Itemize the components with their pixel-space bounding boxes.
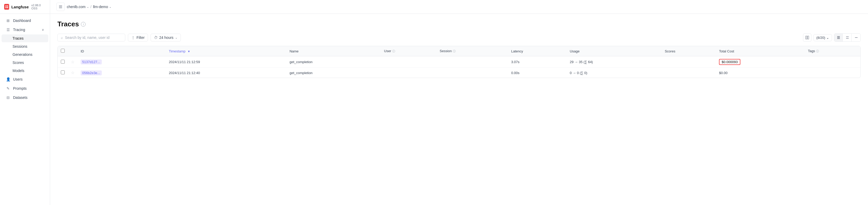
density-normal-button[interactable] [843,34,851,41]
row-checkbox-cell[interactable] [58,56,68,68]
sidebar: Langfuse v2.88.0 OSS ⊞ Dashboard ☰ Traci… [0,0,50,205]
row-usage: 29 → 35 (∑ 64) [566,56,661,68]
density-expanded-icon [855,36,858,39]
row-tags [805,56,861,68]
density-compact-icon [837,36,840,39]
row-name: get_completion [286,68,381,78]
filter-label: Filter [136,35,145,40]
density-buttons [834,33,861,42]
filter-button[interactable]: ⋮ Filter [128,34,148,41]
sidebar-toggle-icon [58,5,63,9]
th-latency: Latency [508,46,566,56]
app-name: Langfuse [11,5,29,9]
table-row: ☆ 5137d127... 2024/11/11 21:12:59 get_co… [58,56,861,68]
page-title-area: Traces i [57,20,861,28]
time-filter-button[interactable]: ⏱ 24 hours ⌄ [151,34,181,41]
filter-icon: ⋮ [131,35,135,40]
id-link[interactable]: 5137d127... [81,60,102,64]
svg-rect-2 [59,8,62,8]
row-timestamp: 2024/11/11 21:12:40 [166,68,286,78]
breadcrumb: chenlb.com ⌄ / llm-demo ⌄ [67,5,112,9]
users-icon: 👤 [6,77,10,82]
th-scores: Scores [661,46,716,56]
org-chevron-icon: ⌄ [87,5,89,9]
th-total-cost: Total Cost [716,46,805,56]
th-star [68,46,78,56]
breadcrumb-org[interactable]: chenlb.com ⌄ [67,5,89,9]
main-content: chenlb.com ⌄ / llm-demo ⌄ Traces i ⌕ ⋮ F… [50,0,868,205]
th-user: User ⓘ [381,46,437,56]
logo-icon [4,4,9,10]
sidebar-section-tracing[interactable]: ☰ Tracing ∨ [2,25,48,34]
density-expanded-button[interactable] [852,34,861,41]
row-session [437,68,508,78]
sidebar-item-generations[interactable]: Generations [2,50,48,59]
th-timestamp[interactable]: Timestamp ▼ [166,46,286,56]
sidebar-item-prompts[interactable]: ✎ Prompts [2,84,48,93]
star-icon[interactable]: ☆ [71,70,74,75]
count-chevron-icon: ⌄ [826,36,829,40]
row-user [381,56,437,68]
table-row: ☆ 056b2e3e... 2024/11/11 21:12:40 get_co… [58,68,861,78]
row-tags [805,68,861,78]
sidebar-item-traces[interactable]: Traces [2,34,48,42]
app-version: v2.88.0 OSS [31,4,46,10]
chevron-down-icon: ∨ [42,28,44,32]
row-id[interactable]: 056b2e3e... [78,68,166,78]
count-badge[interactable]: (8/20) ⌄ [813,34,832,41]
sidebar-item-scores[interactable]: Scores [2,59,48,67]
sidebar-item-label-datasets: Datasets [13,96,27,100]
search-icon: ⌕ [61,35,63,40]
row-latency: 0.00s [508,68,566,78]
sidebar-item-users[interactable]: 👤 Users [2,75,48,84]
row-scores [661,68,716,78]
toolbar-right: (8/20) ⌄ [803,33,861,42]
sidebar-item-datasets[interactable]: ⊟ Datasets [2,93,48,102]
row-checkbox[interactable] [61,60,65,64]
sidebar-toggle-button[interactable] [56,3,65,11]
search-box[interactable]: ⌕ [57,34,125,41]
sidebar-item-label-sessions: Sessions [12,44,27,48]
prompts-icon: ✎ [6,86,10,91]
row-id[interactable]: 5137d127... [78,56,166,68]
row-scores [661,56,716,68]
svg-rect-4 [807,36,809,39]
row-checkbox[interactable] [61,70,65,74]
sidebar-item-label-generations: Generations [12,53,32,57]
sidebar-item-sessions[interactable]: Sessions [2,42,48,50]
row-session [437,56,508,68]
sidebar-nav: ⊞ Dashboard ☰ Tracing ∨ Traces Sessions … [0,14,50,205]
sidebar-section-label-tracing: Tracing [13,28,25,32]
row-user [381,68,437,78]
sidebar-item-label-models: Models [12,69,24,73]
row-star-cell[interactable]: ☆ [68,56,78,68]
table-header-row: ID Timestamp ▼ Name User ⓘ Session ⓘ Lat… [58,46,861,56]
time-label: 24 hours [159,35,173,40]
select-all-checkbox[interactable] [61,49,65,53]
page-content: Traces i ⌕ ⋮ Filter ⏱ 24 hours ⌄ [50,14,868,205]
logo-svg [5,5,9,9]
star-icon[interactable]: ☆ [71,60,74,64]
page-title-info-icon[interactable]: i [81,22,86,27]
time-chevron-icon: ⌄ [175,36,178,39]
breadcrumb-separator: / [91,5,92,9]
topbar: chenlb.com ⌄ / llm-demo ⌄ [50,0,868,14]
th-select-all[interactable] [58,46,68,56]
density-compact-button[interactable] [834,34,843,41]
row-checkbox-cell[interactable] [58,68,68,78]
row-usage: 0 → 0 (∑ 0) [566,68,661,78]
table-header: ID Timestamp ▼ Name User ⓘ Session ⓘ Lat… [58,46,861,56]
row-total-cost: $0.000093 [716,56,805,68]
id-link[interactable]: 056b2e3e... [81,70,102,75]
sidebar-item-dashboard[interactable]: ⊞ Dashboard [2,16,48,25]
breadcrumb-project[interactable]: llm-demo ⌄ [93,5,112,9]
svg-rect-0 [59,5,62,6]
svg-rect-1 [59,6,62,7]
row-star-cell[interactable]: ☆ [68,68,78,78]
th-name: Name [286,46,381,56]
search-input[interactable] [65,35,122,40]
sidebar-item-models[interactable]: Models [2,67,48,75]
sidebar-item-label-prompts: Prompts [13,86,27,91]
columns-button[interactable] [803,33,811,42]
th-session: Session ⓘ [437,46,508,56]
